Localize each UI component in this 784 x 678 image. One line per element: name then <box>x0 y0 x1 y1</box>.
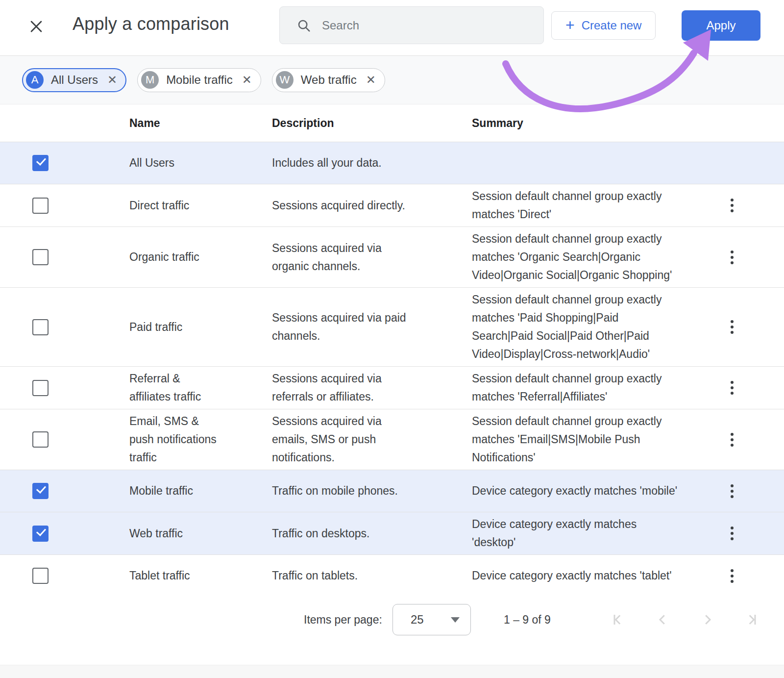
search-input[interactable] <box>322 19 534 32</box>
row-description: Includes all your data. <box>272 154 472 172</box>
comparison-chip[interactable]: M Mobile traffic ✕ <box>137 68 261 92</box>
row-name: Organic traffic <box>129 248 272 266</box>
kebab-icon <box>731 527 734 540</box>
row-description: Sessions acquired via referrals or affil… <box>272 370 472 406</box>
row-name: Referral & affiliates traffic <box>129 370 272 406</box>
table-row[interactable]: Web traffic Traffic on desktops. Device … <box>0 512 784 554</box>
first-page-icon <box>610 612 624 627</box>
row-menu-button[interactable] <box>720 564 744 588</box>
row-checkbox[interactable] <box>32 526 49 542</box>
page-title: Apply a comparison <box>73 14 229 34</box>
row-name: Mobile traffic <box>129 482 272 500</box>
last-page-button[interactable] <box>741 608 764 631</box>
row-summary: Session default channel group exactly ma… <box>472 412 720 467</box>
row-checkbox[interactable] <box>32 380 49 396</box>
row-summary: Device category exactly matches 'desktop… <box>472 515 720 552</box>
previous-page-icon <box>655 612 670 627</box>
chip-remove-icon[interactable]: ✕ <box>107 74 117 86</box>
kebab-icon <box>731 320 734 334</box>
row-name: Email, SMS & push notifications traffic <box>129 412 272 467</box>
table-row[interactable]: Referral & affiliates traffic Sessions a… <box>0 366 784 409</box>
row-description: Sessions acquired directly. <box>272 197 472 215</box>
chip-remove-icon[interactable]: ✕ <box>242 74 252 86</box>
row-summary: Device category exactly matches 'mobile' <box>472 482 720 500</box>
row-description: Traffic on desktops. <box>272 525 472 543</box>
kebab-icon <box>731 569 734 583</box>
row-checkbox[interactable] <box>32 249 49 265</box>
table-row[interactable]: Organic traffic Sessions acquired via or… <box>0 226 784 287</box>
row-name: Web traffic <box>129 525 272 543</box>
row-summary: Session default channel group exactly ma… <box>472 187 720 224</box>
row-name: Direct traffic <box>129 197 272 215</box>
kebab-icon <box>731 484 734 498</box>
apply-comparison-dialog: Apply a comparison + Create new Apply A … <box>0 0 784 678</box>
table-row[interactable]: Paid traffic Sessions acquired via paid … <box>0 287 784 366</box>
row-name: Tablet traffic <box>129 567 272 585</box>
row-checkbox[interactable] <box>32 198 49 214</box>
pagination-footer: Items per page: 25 1 – 9 of 9 <box>0 597 784 643</box>
search-box[interactable] <box>279 6 544 44</box>
bottom-strip <box>0 665 784 678</box>
table-header-row: Name Description Summary <box>0 104 784 142</box>
dropdown-arrow-icon <box>451 617 460 623</box>
next-page-button[interactable] <box>696 608 719 631</box>
chip-avatar: M <box>141 71 159 89</box>
kebab-icon <box>731 251 734 264</box>
row-description: Traffic on tablets. <box>272 567 472 585</box>
items-per-page-label: Items per page: <box>304 613 382 627</box>
chip-label: Web traffic <box>301 73 357 87</box>
chip-remove-icon[interactable]: ✕ <box>366 74 376 86</box>
row-summary: Session default channel group exactly ma… <box>472 230 720 284</box>
chip-label: Mobile traffic <box>166 73 233 87</box>
row-checkbox[interactable] <box>32 155 49 171</box>
row-checkbox[interactable] <box>32 431 49 448</box>
chip-avatar: W <box>276 71 294 89</box>
table-row[interactable]: Direct traffic Sessions acquired directl… <box>0 184 784 226</box>
apply-button[interactable]: Apply <box>682 10 760 41</box>
row-name: Paid traffic <box>129 318 272 336</box>
chip-avatar: A <box>26 71 44 89</box>
row-description: Traffic on mobile phones. <box>272 482 472 500</box>
row-menu-button[interactable] <box>720 428 744 452</box>
row-checkbox[interactable] <box>32 483 49 499</box>
close-icon <box>28 18 45 35</box>
column-header-name: Name <box>129 117 272 130</box>
table-row[interactable]: Tablet traffic Traffic on tablets. Devic… <box>0 554 784 597</box>
column-header-summary: Summary <box>472 117 720 130</box>
row-menu-button[interactable] <box>720 246 744 269</box>
comparison-chip-bar: A All Users ✕ M Mobile traffic ✕ W Web t… <box>0 56 784 104</box>
page-size-value: 25 <box>411 613 451 627</box>
row-menu-button[interactable] <box>720 376 744 400</box>
row-description: Sessions acquired via organic channels. <box>272 239 472 276</box>
previous-page-button[interactable] <box>651 608 674 631</box>
plus-icon: + <box>565 17 575 33</box>
row-summary: Session default channel group exactly ma… <box>472 370 720 406</box>
table-row[interactable]: Email, SMS & push notifications traffic … <box>0 409 784 470</box>
row-summary: Session default channel group exactly ma… <box>472 291 720 363</box>
kebab-icon <box>731 381 734 395</box>
create-new-label: Create new <box>582 19 642 32</box>
page-range-label: 1 – 9 of 9 <box>504 613 551 627</box>
row-description: Sessions acquired via emails, SMS or pus… <box>272 412 472 467</box>
chip-label: All Users <box>51 73 98 87</box>
comparison-table-body: All Users Includes all your data. Direct… <box>0 142 784 597</box>
top-bar: Apply a comparison + Create new Apply <box>0 0 784 56</box>
create-new-button[interactable]: + Create new <box>551 11 656 40</box>
row-menu-button[interactable] <box>720 522 744 545</box>
row-menu-button[interactable] <box>720 315 744 339</box>
next-page-icon <box>700 612 715 627</box>
comparison-chip[interactable]: W Web traffic ✕ <box>272 68 385 92</box>
page-size-select[interactable]: 25 <box>392 604 471 635</box>
close-button[interactable] <box>25 16 47 37</box>
row-menu-button[interactable] <box>720 479 744 503</box>
row-name: All Users <box>129 154 272 172</box>
table-row[interactable]: All Users Includes all your data. <box>0 142 784 184</box>
row-summary: Device category exactly matches 'tablet' <box>472 567 720 585</box>
row-checkbox[interactable] <box>32 319 49 335</box>
last-page-icon <box>745 612 760 627</box>
row-menu-button[interactable] <box>720 194 744 217</box>
comparison-chip[interactable]: A All Users ✕ <box>22 68 126 92</box>
first-page-button[interactable] <box>605 608 629 631</box>
row-checkbox[interactable] <box>32 568 49 584</box>
table-row[interactable]: Mobile traffic Traffic on mobile phones.… <box>0 470 784 512</box>
